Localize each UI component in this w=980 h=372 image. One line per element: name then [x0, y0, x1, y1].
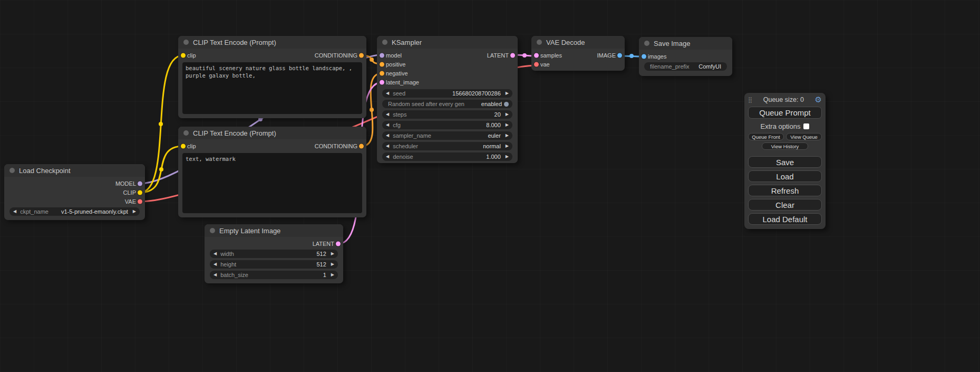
samples-input-dot[interactable]: [534, 53, 539, 58]
decrement-arrow-icon[interactable]: ◀: [13, 207, 16, 216]
increment-arrow-icon[interactable]: ▶: [506, 89, 509, 98]
slot-label: CONDITIONING: [315, 52, 357, 59]
drag-handle-icon[interactable]: ⣿: [748, 97, 752, 103]
model-output-dot[interactable]: [138, 181, 142, 186]
slot-label: samples: [540, 52, 562, 59]
ckpt-name-widget[interactable]: ◀ ckpt_name v1-5-pruned-emaonly.ckpt ▶: [9, 207, 140, 216]
model-input-dot[interactable]: [380, 53, 384, 58]
slot-label: VAE: [125, 198, 136, 205]
slot-label: LATENT: [487, 52, 509, 59]
node-clip-text-encode-negative[interactable]: CLIP Text Encode (Prompt) clip CONDITION…: [178, 127, 366, 217]
vae-output-dot[interactable]: [138, 199, 142, 204]
collapse-dot-icon[interactable]: [9, 168, 15, 173]
collapse-dot-icon[interactable]: [382, 40, 387, 45]
seed-widget[interactable]: ◀ seed 156680208700286 ▶: [382, 89, 512, 98]
height-widget[interactable]: ◀ height 512 ▶: [210, 260, 338, 269]
decrement-arrow-icon[interactable]: ◀: [214, 271, 217, 279]
toggle-dot-icon[interactable]: [504, 102, 509, 107]
increment-arrow-icon[interactable]: ▶: [506, 152, 509, 161]
latent-output-dot[interactable]: [336, 241, 341, 246]
node-title-bar[interactable]: Save Image: [639, 37, 732, 50]
node-title: Load Checkpoint: [19, 167, 71, 175]
negative-input-dot[interactable]: [380, 71, 384, 75]
steps-widget[interactable]: ◀ steps 20 ▶: [382, 110, 512, 119]
node-save-image[interactable]: Save Image images filename_prefix ComfyU…: [639, 37, 732, 76]
scheduler-widget[interactable]: ◀ scheduler normal ▶: [382, 142, 512, 150]
vae-input-dot[interactable]: [534, 62, 539, 66]
prompt-textarea[interactable]: text, watermark: [182, 153, 362, 213]
node-graph-canvas[interactable]: Load Checkpoint MODEL CLIP VAE ◀ ckpt_na…: [0, 0, 980, 372]
filename-prefix-widget[interactable]: filename_prefix ComfyUI: [644, 62, 727, 71]
collapse-dot-icon[interactable]: [210, 228, 215, 233]
extra-options-checkbox[interactable]: [803, 123, 809, 129]
node-title-bar[interactable]: CLIP Text Encode (Prompt): [178, 36, 366, 49]
queue-front-button[interactable]: Queue Front: [748, 133, 784, 140]
collapse-dot-icon[interactable]: [183, 40, 189, 45]
collapse-dot-icon[interactable]: [644, 41, 649, 46]
increment-arrow-icon[interactable]: ▶: [506, 121, 509, 129]
node-ksampler[interactable]: KSampler model LATENT positive negative …: [377, 36, 518, 163]
random-seed-toggle-widget[interactable]: Random seed after every gen enabled: [382, 100, 512, 108]
settings-gear-icon[interactable]: ⚙: [815, 95, 822, 104]
decrement-arrow-icon[interactable]: ◀: [214, 260, 217, 269]
decrement-arrow-icon[interactable]: ◀: [386, 131, 389, 140]
latent-image-input-dot[interactable]: [380, 80, 384, 84]
node-clip-text-encode-positive[interactable]: CLIP Text Encode (Prompt) clip CONDITION…: [178, 36, 366, 118]
clear-button[interactable]: Clear: [748, 199, 822, 211]
slot-label: negative: [386, 70, 408, 77]
image-output-dot[interactable]: [617, 53, 622, 58]
decrement-arrow-icon[interactable]: ◀: [386, 89, 389, 98]
conditioning-output-dot[interactable]: [359, 144, 364, 148]
save-button[interactable]: Save: [748, 156, 822, 168]
view-history-button[interactable]: View History: [762, 142, 808, 150]
view-queue-button[interactable]: View Queue: [786, 133, 822, 140]
conditioning-output-dot[interactable]: [359, 53, 364, 58]
slot-label: latent_image: [386, 79, 419, 85]
load-button[interactable]: Load: [748, 170, 822, 182]
node-load-checkpoint[interactable]: Load Checkpoint MODEL CLIP VAE ◀ ckpt_na…: [4, 164, 145, 220]
node-title: KSampler: [392, 39, 422, 46]
load-default-button[interactable]: Load Default: [748, 213, 822, 225]
positive-input-dot[interactable]: [380, 62, 384, 66]
menu-header: ⣿ Queue size: 0 ⚙: [748, 95, 822, 104]
width-widget[interactable]: ◀ width 512 ▶: [210, 250, 338, 258]
node-vae-decode[interactable]: VAE Decode samples IMAGE vae: [531, 36, 625, 71]
widget-value: 20: [494, 111, 501, 118]
node-title-bar[interactable]: KSampler: [377, 36, 518, 49]
sampler-name-widget[interactable]: ◀ sampler_name euler ▶: [382, 131, 512, 140]
increment-arrow-icon[interactable]: ▶: [133, 207, 136, 216]
prompt-textarea[interactable]: beautiful scenery nature glass bottle la…: [182, 62, 362, 114]
refresh-button[interactable]: Refresh: [748, 185, 822, 196]
clip-input-dot[interactable]: [181, 144, 186, 148]
increment-arrow-icon[interactable]: ▶: [331, 271, 334, 279]
widget-value: 156680208700286: [452, 90, 501, 97]
widget-label: filename_prefix: [650, 63, 690, 70]
increment-arrow-icon[interactable]: ▶: [506, 131, 509, 140]
collapse-dot-icon[interactable]: [183, 130, 189, 136]
clip-input-dot[interactable]: [181, 53, 186, 58]
collapse-dot-icon[interactable]: [537, 40, 542, 45]
latent-output-dot[interactable]: [510, 53, 515, 58]
node-empty-latent-image[interactable]: Empty Latent Image LATENT ◀ width 512 ▶ …: [205, 224, 343, 283]
increment-arrow-icon[interactable]: ▶: [506, 110, 509, 119]
batch-size-widget[interactable]: ◀ batch_size 1 ▶: [210, 271, 338, 279]
widget-label: width: [220, 251, 234, 257]
decrement-arrow-icon[interactable]: ◀: [214, 250, 217, 258]
extra-options-row: Extra options: [748, 122, 822, 130]
node-title-bar[interactable]: VAE Decode: [531, 36, 625, 49]
node-title-bar[interactable]: CLIP Text Encode (Prompt): [178, 127, 366, 139]
clip-output-dot[interactable]: [138, 190, 142, 195]
images-input-dot[interactable]: [642, 54, 646, 59]
decrement-arrow-icon[interactable]: ◀: [386, 152, 389, 161]
decrement-arrow-icon[interactable]: ◀: [386, 121, 389, 129]
increment-arrow-icon[interactable]: ▶: [331, 250, 334, 258]
node-title-bar[interactable]: Load Checkpoint: [4, 164, 145, 177]
decrement-arrow-icon[interactable]: ◀: [386, 142, 389, 150]
denoise-widget[interactable]: ◀ denoise 1.000 ▶: [382, 152, 512, 161]
node-title-bar[interactable]: Empty Latent Image: [205, 224, 343, 237]
increment-arrow-icon[interactable]: ▶: [506, 142, 509, 150]
increment-arrow-icon[interactable]: ▶: [331, 260, 334, 269]
queue-prompt-button[interactable]: Queue Prompt: [748, 107, 822, 119]
decrement-arrow-icon[interactable]: ◀: [386, 110, 389, 119]
cfg-widget[interactable]: ◀ cfg 8.000 ▶: [382, 121, 512, 129]
